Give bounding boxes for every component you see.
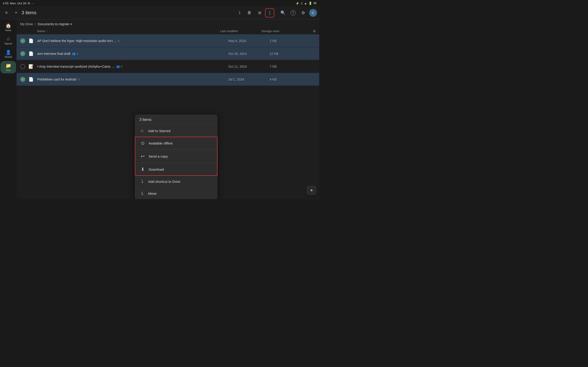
file-row[interactable]: 📄 arm interview final draft 👥 ⊙ Oct 26, … [17, 47, 319, 60]
sidebar-item-files[interactable]: 📁 Files [0, 61, 16, 73]
sidebar-item-shared[interactable]: 👤 Shared [0, 48, 16, 60]
file-icon-2: 📄 [28, 51, 35, 56]
more-options-button[interactable]: ⋮ [265, 8, 274, 17]
fab-button[interactable]: ✦ [306, 185, 317, 195]
avatar[interactable]: C [309, 9, 317, 17]
menu-label-add-shortcut: Add shortcut to Drive [148, 180, 180, 184]
menu-item-available-offline[interactable]: ⊙ Available offline [135, 137, 217, 149]
message-icon: ✉ [27, 2, 30, 5]
file-name-area-2: arm interview final draft 👥 ⊙ [37, 52, 228, 56]
status-day: Mon, Oct 28 [10, 2, 26, 5]
breadcrumb: My Drive > Documents to migrate ▾ [17, 19, 319, 28]
sidebar-label-starred: Starred [5, 42, 12, 45]
status-bar: 4:55 Mon, Oct 28 ✉ ··· ⚡ Ξ ▲ 🔋 88 [0, 0, 319, 6]
menu-item-send-copy[interactable]: ↩ Send a copy [135, 150, 217, 162]
menu-label-add-starred: Add to Starred [148, 129, 170, 133]
settings-icon: ⚙ [301, 10, 305, 15]
select-all-icon: ⊞ [258, 10, 261, 15]
home-icon: 🏠 [6, 23, 11, 28]
file-name-4: Pebblebee card for Android [37, 77, 76, 81]
search-button[interactable]: 🔍 [279, 9, 287, 17]
delete-icon: 🗑 [247, 10, 251, 15]
grid-view-icon: ⊞ [313, 29, 316, 33]
file-check-2[interactable] [20, 51, 27, 56]
file-icon-4: 📄 [28, 77, 35, 82]
header-name-label: Name [37, 29, 45, 33]
menu-item-move[interactable]: ⤹ Move [135, 187, 217, 199]
close-button[interactable]: × [12, 9, 20, 17]
bluetooth-icon: ⚡ [296, 2, 299, 5]
help-button[interactable]: ? [289, 9, 297, 17]
menu-label-move: Move [148, 192, 157, 195]
breadcrumb-current: Documents to migrate ▾ [38, 22, 72, 26]
file-name-area-4: Pebblebee card for Android ⊙ [37, 77, 228, 81]
header-grid-view[interactable]: ⊞ [307, 29, 316, 33]
check-circle-1 [20, 38, 25, 43]
sidebar-label-home: Home [5, 29, 11, 32]
toolbar-right-icons: 🔍 ? ⚙ C [279, 9, 317, 17]
file-row[interactable]: 📄 Pebblebee card for Android ⊙ Jul 1, 20… [17, 73, 319, 86]
status-bar-right: ⚡ Ξ ▲ 🔋 88 [296, 2, 317, 5]
file-check-3[interactable] [20, 64, 27, 69]
table-header: Name ↑ Last modified Storage used ⊞ [17, 28, 319, 34]
menu-item-add-starred[interactable]: ☆ Add to Starred [135, 125, 217, 137]
header-modified[interactable]: Last modified [220, 29, 261, 33]
download-menu-icon: ⬇ [140, 167, 145, 172]
file-storage-3: 7 KB [270, 65, 316, 68]
file-name-area-1: AP Don't believe the hype: High-resoluti… [37, 39, 228, 43]
file-storage-4: 4 KB [270, 77, 316, 81]
header-sort-icon: ↑ [46, 29, 48, 33]
file-badge-2: 👥 ⊙ [72, 52, 78, 55]
file-name-2: arm interview final draft [37, 52, 70, 56]
header-name[interactable]: Name ↑ [37, 29, 220, 33]
breadcrumb-dropdown-icon[interactable]: ▾ [70, 22, 72, 26]
starred-menu-icon: ☆ [139, 128, 145, 133]
sidebar-item-home[interactable]: 🏠 Home [0, 21, 16, 33]
delete-button[interactable]: 🗑 [245, 8, 254, 17]
toolbar-actions: ⤵ 🗑 ⊞ ⋮ [235, 8, 274, 17]
move-to-folder-icon: ⤵ [238, 10, 241, 15]
sidebar-label-files: Files [6, 69, 10, 72]
file-check-4[interactable] [20, 77, 27, 82]
menu-divider [135, 163, 217, 163]
menu-button[interactable]: ≡ [2, 9, 10, 17]
more-options-icon: ⋮ [267, 10, 272, 16]
sidebar: 🏠 Home ☆ Starred 👤 Shared 📁 Files [0, 19, 17, 199]
check-circle-4 [20, 77, 25, 82]
status-time: 4:55 [3, 2, 9, 5]
file-row[interactable]: 📄 AP Don't believe the hype: High-resolu… [17, 34, 319, 47]
file-modified-2: Oct 26, 2024 [228, 52, 270, 56]
battery-icon: 🔋 [309, 2, 312, 5]
fab-icon: ✦ [310, 188, 313, 193]
header-storage: Storage used [261, 29, 307, 33]
menu-label-download: Download [149, 167, 164, 171]
file-storage-1: 2 KB [270, 39, 316, 43]
menu-divider [135, 150, 217, 150]
move-to-folder-button[interactable]: ⤵ [235, 8, 244, 17]
settings-button[interactable]: ⚙ [299, 9, 307, 17]
menu-item-add-shortcut[interactable]: ⤵ Add shortcut to Drive [135, 176, 217, 187]
file-check-1[interactable] [20, 38, 27, 43]
move-menu-icon: ⤹ [139, 191, 145, 196]
battery-level: 88 [313, 2, 317, 5]
menu-label-available-offline: Available offline [149, 141, 173, 145]
content-area: My Drive > Documents to migrate ▾ Name ↑… [17, 19, 319, 199]
check-circle-2 [20, 51, 25, 56]
sidebar-label-shared: Shared [5, 56, 12, 58]
context-menu: 3 Items ☆ Add to Starred ⊙ Available off… [135, 115, 217, 199]
files-icon: 📁 [6, 63, 11, 68]
breadcrumb-separator: > [34, 22, 36, 26]
file-badge-1: ⊙ [118, 39, 120, 42]
file-name-area-3: I-Xray interview transcript sanitized (A… [37, 65, 228, 68]
file-row[interactable]: 📝 I-Xray interview transcript sanitized … [17, 60, 319, 73]
sidebar-item-starred[interactable]: ☆ Starred [0, 34, 16, 47]
more-status-icon: ··· [32, 2, 34, 5]
toolbar: ≡ × 3 items ⤵ 🗑 ⊞ ⋮ 🔍 ? ⚙ C [0, 6, 319, 19]
network-icon: Ξ [301, 2, 303, 5]
menu-item-download[interactable]: ⬇ Download [135, 163, 217, 175]
breadcrumb-mydrive[interactable]: My Drive [20, 22, 33, 26]
search-icon: 🔍 [280, 10, 285, 15]
menu-icon: ≡ [5, 10, 8, 15]
highlighted-menu-group: ⊙ Available offline ↩ Send a copy ⬇ Down… [135, 137, 217, 176]
select-all-button[interactable]: ⊞ [255, 8, 264, 17]
